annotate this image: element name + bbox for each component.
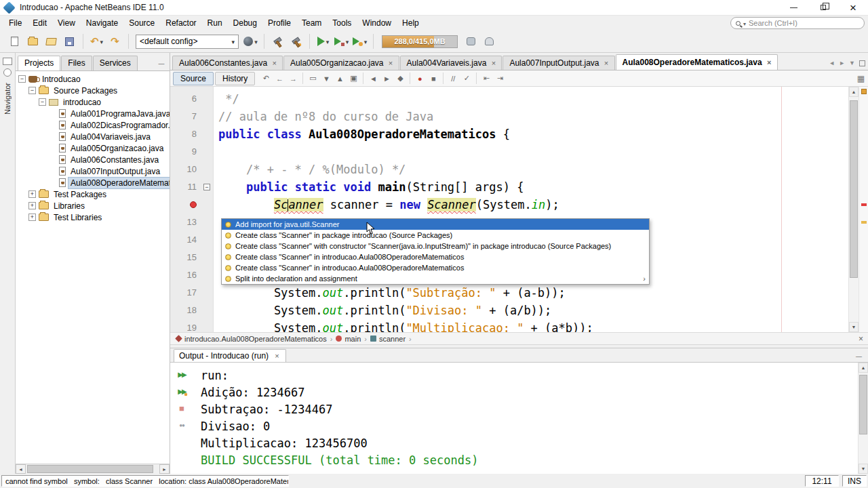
tab-close-icon[interactable] xyxy=(603,59,610,67)
line-number[interactable]: 14 xyxy=(170,231,201,249)
dropdown-arrow-icon[interactable] xyxy=(363,37,368,46)
hint-item[interactable]: Create class "Scanner" with constructor … xyxy=(222,241,649,251)
menu-navigate[interactable]: Navigate xyxy=(81,17,123,29)
menu-edit[interactable]: Edit xyxy=(27,17,52,29)
tree-item-aula004variaveis-java[interactable]: Aula004Variaveis.java xyxy=(16,131,170,142)
error-stripe[interactable] xyxy=(859,87,868,332)
error-stripe-status-icon[interactable] xyxy=(861,89,867,94)
code-line-17[interactable]: 17 System.out.println("Subtração: " + (a… xyxy=(170,284,848,302)
forward-icon[interactable]: → xyxy=(286,73,300,85)
search-input[interactable]: Search (Ctrl+I) xyxy=(730,17,865,29)
code-line-12[interactable]: Scanner scanner = new Scanner(System.in)… xyxy=(170,196,848,214)
projects-hscrollbar[interactable]: ◄ ► xyxy=(16,464,170,474)
window-group-icon[interactable] xyxy=(3,58,12,65)
editor-tab-aula004variaveis-java[interactable]: Aula004Variaveis.java xyxy=(400,56,502,70)
tree-expander-icon[interactable]: − xyxy=(28,87,36,94)
tree-item-source-packages[interactable]: −Source Packages xyxy=(16,85,170,96)
code-line-18[interactable]: 18 System.out.println("Divisao: " + (a/b… xyxy=(170,302,848,319)
dropdown-arrow-icon[interactable] xyxy=(325,37,330,46)
clean-build-button[interactable] xyxy=(288,33,304,50)
last-edit-icon[interactable]: ↶ xyxy=(259,73,273,85)
code-view[interactable]: 6 */7// aula de nº8 do curso de Java8pub… xyxy=(170,87,868,332)
panel-minimize-button[interactable] xyxy=(156,60,167,67)
output-tab[interactable]: Output - Introducao (run) xyxy=(174,349,286,362)
output-console[interactable]: run:Adição: 1234667Subtraçao: -1234467Di… xyxy=(193,363,868,474)
tree-item-libraries[interactable]: +Libraries xyxy=(16,200,170,211)
scroll-left-icon[interactable]: ◄ xyxy=(16,464,26,474)
line-number[interactable]: 6 xyxy=(170,90,201,108)
run-macro-icon[interactable]: ■ xyxy=(427,73,440,85)
tree-item-aula007inputoutput-java[interactable]: Aula007InputOutput.java xyxy=(16,165,170,177)
tree-item-aula002dicasprogramador-java[interactable]: Aula002DicasProgramador.java xyxy=(16,119,170,131)
find-next-icon[interactable]: ▼ xyxy=(319,73,333,85)
menu-source[interactable]: Source xyxy=(123,17,160,29)
tree-item-test-libraries[interactable]: +Test Libraries xyxy=(16,211,170,223)
set-configuration-button[interactable] xyxy=(242,33,259,50)
line-number[interactable]: 11 xyxy=(170,178,201,196)
scroll-up-icon[interactable]: ▲ xyxy=(859,363,868,373)
scroll-right-icon[interactable]: ► xyxy=(159,464,170,474)
shift-right-icon[interactable]: ⇥ xyxy=(493,73,507,85)
rerun-debug-button[interactable] xyxy=(176,386,188,396)
previous-bookmark-icon[interactable]: ◄ xyxy=(366,73,380,85)
menu-run[interactable]: Run xyxy=(202,17,228,29)
rerun-button[interactable] xyxy=(176,369,188,380)
menu-file[interactable]: File xyxy=(3,17,27,29)
tab-close-icon[interactable] xyxy=(766,58,773,66)
build-project-button[interactable] xyxy=(269,33,286,50)
navigator-minimized-button[interactable]: Navigator xyxy=(3,83,12,115)
tab-close-icon[interactable] xyxy=(273,352,281,360)
navigator-icon[interactable] xyxy=(3,68,12,77)
line-number[interactable]: 13 xyxy=(170,214,201,231)
line-number[interactable]: 9 xyxy=(170,143,201,161)
tree-item-aula001programajava-java[interactable]: Aula001ProgramaJava.java xyxy=(16,108,170,119)
code-line-10[interactable]: 10 /* + - * / %(Modulo) */ xyxy=(170,161,848,178)
hscrollbar-thumb[interactable] xyxy=(27,465,153,473)
hint-item[interactable]: Create class "Scanner" in introducao.Aul… xyxy=(222,262,649,273)
config-dropdown[interactable]: <default config> xyxy=(136,35,239,49)
scroll-tabs-right-icon[interactable]: ► xyxy=(839,60,845,66)
scroll-down-icon[interactable]: ▼ xyxy=(849,322,859,332)
line-number[interactable] xyxy=(170,196,201,214)
run-project-button[interactable] xyxy=(315,33,332,50)
editor-vscrollbar[interactable]: ▲ ▼ xyxy=(848,87,859,332)
vscrollbar-thumb[interactable] xyxy=(850,100,858,278)
vscrollbar-thumb[interactable] xyxy=(859,375,867,434)
find-selection-icon[interactable]: ▭ xyxy=(306,73,319,85)
menu-debug[interactable]: Debug xyxy=(228,17,262,29)
tab-close-icon[interactable] xyxy=(387,59,395,67)
tree-item-aula006constantes-java[interactable]: Aula006Constantes.java xyxy=(16,154,170,165)
line-number[interactable]: 18 xyxy=(170,302,201,319)
scroll-down-icon[interactable]: ▼ xyxy=(859,464,868,474)
error-stripe-error-mark[interactable] xyxy=(861,203,867,206)
output-vscrollbar[interactable]: ▲ ▼ xyxy=(858,363,868,474)
code-line-8[interactable]: 8public class Aula008OperadoreMatematico… xyxy=(170,125,848,143)
breadcrumb-item-main[interactable]: main xyxy=(335,335,361,343)
code-line-6[interactable]: 6 */ xyxy=(170,90,848,108)
undo-button[interactable] xyxy=(88,33,105,50)
line-number[interactable]: 8 xyxy=(170,125,201,143)
stop-button[interactable] xyxy=(176,403,188,413)
hint-item[interactable]: Add import for java.util.Scanner xyxy=(222,219,649,230)
tree-expander-icon[interactable]: + xyxy=(28,190,36,198)
tree-expander-icon[interactable]: − xyxy=(18,75,26,83)
tree-expander-icon[interactable]: − xyxy=(39,98,46,106)
menu-team[interactable]: Team xyxy=(296,17,327,29)
dropdown-arrow-icon[interactable] xyxy=(253,37,258,46)
dropdown-arrow-icon[interactable] xyxy=(99,37,104,46)
line-number[interactable]: 10 xyxy=(170,161,201,178)
hint-item[interactable]: Create class "Scanner" in package introd… xyxy=(222,230,649,241)
tab-close-icon[interactable] xyxy=(490,59,497,67)
restore-button[interactable] xyxy=(808,0,838,15)
source-view-button[interactable]: Source xyxy=(173,72,214,85)
error-badge-icon[interactable] xyxy=(190,201,197,208)
ant-settings-button[interactable] xyxy=(176,420,188,430)
code-line-19[interactable]: 19 System.out.println("Multiplicacao: " … xyxy=(170,319,848,332)
fold-toggle-icon[interactable]: − xyxy=(203,184,210,190)
memory-gauge[interactable]: 288,0/415,0MB xyxy=(382,35,458,48)
tree-item-introducao[interactable]: −introducao xyxy=(16,96,170,108)
editor-tab-aula007inputoutput-java[interactable]: Aula007InputOutput.java xyxy=(502,56,614,70)
gc-button[interactable] xyxy=(462,33,479,50)
shift-left-icon[interactable]: ⇤ xyxy=(479,73,493,85)
minimize-button[interactable] xyxy=(778,0,808,15)
